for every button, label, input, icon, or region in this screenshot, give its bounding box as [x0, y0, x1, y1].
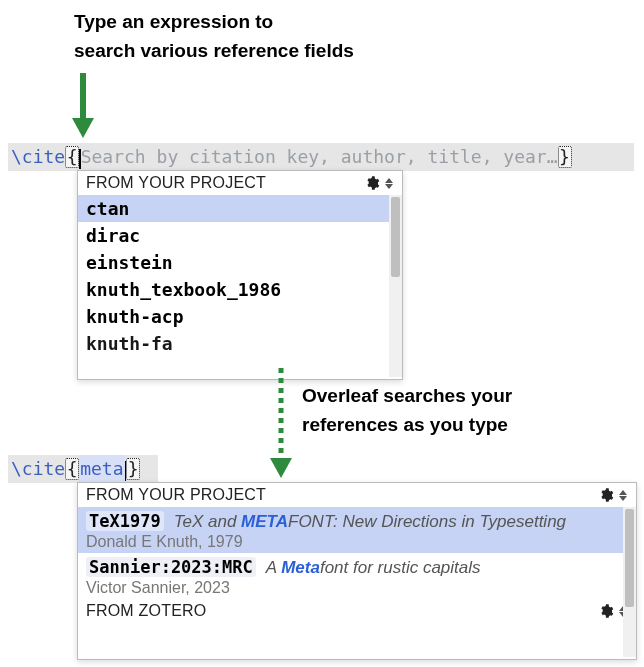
citation-key: Sannier:2023:MRC	[86, 557, 256, 577]
section-label: FROM ZOTERO	[78, 602, 206, 620]
scrollbar[interactable]	[623, 507, 636, 657]
svg-marker-1	[72, 118, 94, 138]
arrow-down-solid-icon	[68, 70, 98, 140]
citation-key: TeX1979	[86, 511, 164, 531]
dropdown-section-header: FROM YOUR PROJECT	[78, 483, 636, 507]
open-brace-icon: {	[65, 458, 79, 480]
gear-icon[interactable]	[364, 175, 380, 191]
dropdown-section-header: FROM YOUR PROJECT	[78, 171, 402, 195]
scrollbar-thumb[interactable]	[625, 509, 634, 607]
stepper-icon[interactable]	[618, 490, 628, 501]
cite-command: \cite	[11, 455, 65, 483]
cite-command: \cite	[11, 143, 65, 171]
match-highlight: META	[241, 512, 288, 531]
citation-result[interactable]: TeX1979 TeX and METAFONT: New Directions…	[78, 507, 636, 553]
arrow-down-dotted-icon	[266, 365, 296, 480]
autocomplete-dropdown-2: FROM YOUR PROJECT TeX1979 TeX and METAFO…	[77, 482, 637, 660]
dropdown-section-header: FROM ZOTERO	[78, 599, 636, 623]
search-placeholder: Search by citation key, author, title, y…	[81, 143, 558, 171]
code-line-2[interactable]: \cite { meta }	[8, 455, 158, 483]
annotation-mid: Overleaf searches your references as you…	[302, 382, 512, 439]
text-caret-icon	[125, 461, 127, 481]
citation-byline: Victor Sannier, 2023	[86, 578, 628, 597]
gear-icon[interactable]	[598, 603, 614, 619]
citation-title: TeX and METAFONT: New Directions in Type…	[174, 512, 566, 532]
citation-item[interactable]: knuth-fa	[78, 330, 402, 357]
scrollbar[interactable]	[389, 195, 402, 377]
close-brace-icon: }	[126, 458, 140, 480]
stepper-icon[interactable]	[384, 178, 394, 189]
citation-result[interactable]: Sannier:2023:MRC A Metafont for rustic c…	[78, 553, 636, 599]
section-label: FROM YOUR PROJECT	[86, 174, 266, 192]
citation-item[interactable]: einstein	[78, 249, 402, 276]
text-caret-icon	[79, 149, 81, 169]
code-line-1[interactable]: \cite { Search by citation key, author, …	[8, 143, 634, 171]
typed-query: meta	[79, 455, 124, 483]
citation-item[interactable]: ctan	[78, 195, 402, 222]
autocomplete-dropdown-1: FROM YOUR PROJECT ctan dirac einstein kn…	[77, 170, 403, 380]
scrollbar-thumb[interactable]	[391, 197, 400, 277]
citation-byline: Donald E Knuth, 1979	[86, 532, 628, 551]
citation-item[interactable]: dirac	[78, 222, 402, 249]
citation-item[interactable]: knuth_texbook_1986	[78, 276, 402, 303]
annotation-top: Type an expression to search various ref…	[74, 8, 354, 65]
open-brace-icon: {	[65, 146, 79, 168]
gear-icon[interactable]	[598, 487, 614, 503]
svg-marker-3	[270, 458, 292, 478]
citation-title: A Metafont for rustic capitals	[266, 558, 481, 578]
close-brace-icon: }	[558, 146, 572, 168]
citation-item[interactable]: knuth-acp	[78, 303, 402, 330]
match-highlight: Meta	[281, 558, 320, 577]
section-label: FROM YOUR PROJECT	[86, 486, 266, 504]
